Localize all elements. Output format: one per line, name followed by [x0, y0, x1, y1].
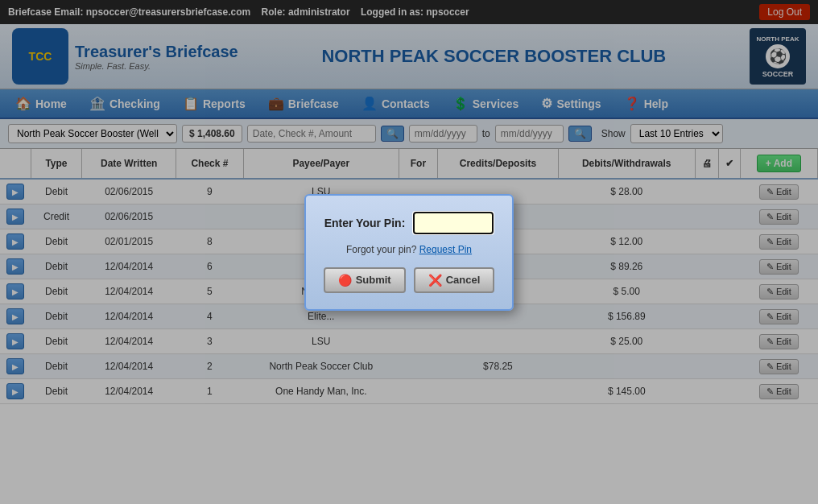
pin-modal: Enter Your Pin: Forgot your pin? Request…	[304, 194, 514, 311]
request-pin-link[interactable]: Request Pin	[419, 244, 472, 255]
modal-overlay: Enter Your Pin: Forgot your pin? Request…	[0, 0, 818, 504]
cancel-button[interactable]: ❌ Cancel	[414, 267, 495, 293]
cancel-label: Cancel	[446, 274, 481, 286]
pin-label: Enter Your Pin:	[324, 217, 406, 229]
submit-icon: 🔴	[338, 274, 352, 287]
cancel-icon: ❌	[428, 274, 442, 287]
modal-buttons: 🔴 Submit ❌ Cancel	[322, 267, 496, 293]
pin-input[interactable]	[413, 212, 494, 234]
submit-button[interactable]: 🔴 Submit	[324, 267, 406, 293]
forgot-row: Forgot your pin? Request Pin	[322, 244, 496, 255]
pin-input-row: Enter Your Pin:	[322, 212, 496, 234]
submit-label: Submit	[356, 274, 391, 286]
forgot-text: Forgot your pin?	[346, 244, 416, 255]
